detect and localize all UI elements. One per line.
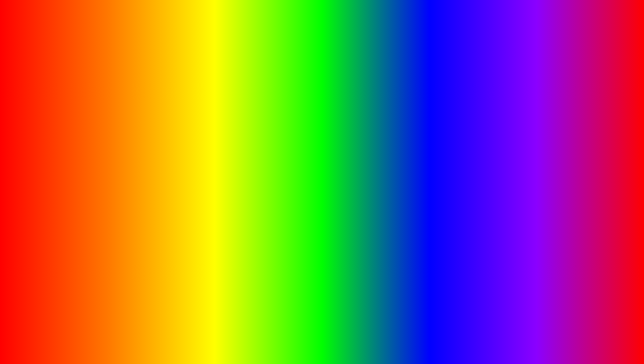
item-auto-chest[interactable]: Auto Chest ⋮ [91, 228, 229, 240]
remove-map-icon: □ [298, 96, 301, 101]
skeered-search-icon[interactable]: 🔍 [350, 112, 357, 118]
radio-killaura-v1 [95, 184, 100, 188]
auto-chest-dots: ⋮ [220, 231, 225, 237]
main-title: PROJECT SLAYERS [0, 4, 644, 51]
muganfarm-toggle[interactable] [179, 123, 193, 129]
skeered-pencil-icon[interactable]: ✏ [359, 112, 363, 118]
farm-all-npc-row: Farm all NPC [261, 197, 373, 209]
killaura-delay-label: Killaura Delay [265, 168, 290, 173]
sylveon-title-text: ✦ SylveonHub [302, 82, 332, 87]
farm-all-npc-toggle[interactable] [357, 200, 369, 206]
auto-farm-toggle-label: Auto Farm [265, 189, 284, 194]
ps-logo-box: UPDATE ⚔️ PROJECT ✦ SLAYERS [561, 252, 634, 342]
section-dots: ⋮ [220, 150, 225, 156]
godmode-dots: ⋮ [220, 207, 225, 213]
refresh-npcs-value: auto [361, 144, 369, 148]
killaura-weapon-row: Killaura Weapon Sword ▴ [261, 131, 373, 141]
farm-section-chevron: ▾ [288, 179, 290, 184]
onihub-pencil-btn[interactable]: ✏ [173, 82, 177, 87]
update-badge: UPDATE [612, 257, 631, 263]
autofarm-distance-row: Autofarm Distance 10 Studs [261, 151, 373, 164]
farm-all-bosses-toggle[interactable] [357, 212, 369, 218]
rengoku-dots: ⋮ [220, 219, 225, 225]
killaura-method-value[interactable]: Select an option ▴ [337, 123, 369, 128]
refresh-npcs-label: Refresh NPCs [265, 144, 291, 148]
pastebin-text: PASTEBIN [391, 317, 566, 357]
tab-dungo[interactable]: ⚙ Dungo [60, 103, 84, 111]
sylveon-minimize-btn[interactable]: ─ [421, 82, 425, 87]
ps-logo-inner: UPDATE ⚔️ PROJECT ✦ SLAYERS [562, 253, 633, 341]
tab-extra[interactable]: ⚙ Extra [115, 93, 137, 101]
onihub-maximize-btn[interactable]: □ [180, 82, 185, 87]
ps-logo-brand: ✦ SLAYERS [585, 314, 610, 320]
farm-all-npc-label: Farm all NPC [265, 201, 289, 205]
auto-farm-toggle[interactable] [357, 188, 369, 194]
remove-map-btn[interactable]: □ Remove Map - (Reduce lag) [295, 94, 426, 103]
dropdown-tab-autoskill[interactable]: Auto Skill [194, 133, 212, 146]
skeered-window: PS | Skeered Hub 🔍 ✏ ✕ Killaura Method S… [260, 109, 374, 222]
chevron-up-icon: ▴ [367, 123, 369, 128]
radio-godmode-kamado [95, 208, 100, 212]
farm-section-label: Farm Section [265, 180, 287, 184]
killaura-method-row: Killaura Method Select an option ▴ [261, 120, 373, 131]
killaura-v2-dots: ⋮ [220, 195, 225, 201]
radio-killaura-v2 [95, 196, 100, 200]
autofarm-distance-input[interactable]: 10 Studs [332, 154, 369, 161]
section-label-teleport: Select Teleport Type ⋮ [91, 158, 229, 168]
bottom-text-area: AUTO FARM SCRIPT PASTEBIN [0, 317, 644, 357]
sylveon-controls: ─ [421, 82, 425, 87]
tab-localplayer[interactable]: ocalPlayer [60, 93, 86, 101]
onihub-title: OniHubV1.5 [62, 82, 87, 87]
radio-rengoku-boost [95, 220, 100, 224]
star-icon: ✦ [295, 81, 300, 88]
ps-logo-star: ✦ [585, 314, 589, 320]
sword-chevron-icon: ▴ [367, 133, 369, 138]
farm-all-bosses-row: Farm all Bosses [261, 209, 373, 221]
teleport-dots: ⋮ [220, 160, 225, 166]
ps-logo-title: PROJECT [582, 306, 613, 313]
refresh-npcs-row: Refresh NPCs auto [261, 141, 373, 151]
farm-all-bosses-label: Farm all Bosses [265, 212, 294, 217]
farm-section-header: Farm Section ▾ [261, 177, 373, 186]
radio-auto-chest [95, 232, 100, 236]
autofarm-dots: ⋮ [220, 171, 225, 177]
tab-mugan-train[interactable]: ⚙ MuganTrain [139, 93, 172, 101]
section-label-behindmob: Behind Mob Farm Dis. ⋮ [91, 148, 229, 158]
item-rengoku-boost[interactable]: Rengoku Boost Mode ⋮ [91, 216, 229, 228]
killaura-weapon-value[interactable]: Sword ▴ [354, 133, 369, 138]
onihub-close-btn[interactable]: ✕ [187, 82, 192, 87]
item-killaura-v2[interactable]: Kill Aura V2 ⋮ [91, 192, 229, 204]
autofarm-distance-label: Autofarm Distance [265, 155, 298, 160]
skeered-body: Killaura Method Select an option ▴ Killa… [261, 120, 373, 221]
skeered-close-icon[interactable]: ✕ [365, 112, 369, 118]
sylveon-titlebar: ✦ ✦ SylveonHub ─ [291, 79, 429, 90]
killaura-weapon-label: Killaura Weapon [265, 133, 295, 138]
item-godmode-kamado[interactable]: God Mode Kamado Only ⋮ [91, 204, 229, 216]
item-autofarm[interactable]: Auto Farm ⋮ [91, 168, 229, 180]
radio-autofarm [95, 172, 100, 176]
onihub-tabs: ocalPlayer ⚙ Visuals ⚙ Extra ⚙ MuganTrai… [58, 90, 196, 113]
killaura-delay-row: Killaura Delay 3 Seconds [261, 164, 373, 177]
skeered-titlebar: PS | Skeered Hub 🔍 ✏ ✕ [261, 110, 373, 120]
dropdown-window: Auto Farm OP Utility Player Auto Orb God… [90, 130, 230, 241]
quest-chevron: ▾ [421, 142, 423, 146]
separator: | [276, 112, 277, 117]
dropdown-tab-autorejoin[interactable]: Auto Rejoin [212, 133, 230, 146]
progress-bar [295, 105, 426, 107]
skeered-controls: 🔍 ✏ ✕ [350, 112, 369, 118]
skeered-hub-label: Skeered Hub [280, 112, 305, 117]
quest-dropdown[interactable]: Select ▾ [406, 140, 426, 148]
select-monster-arrow[interactable]: ▾ [423, 119, 426, 126]
script-text: SCRIPT [293, 326, 384, 355]
killaura-v1-dots: ⋮ [220, 183, 225, 189]
item-killaura-v1[interactable]: Kill Aura V1 ⋮ [91, 180, 229, 192]
auto-farm-toggle-row: Auto Farm [261, 186, 373, 197]
sylveon-title: ✦ ✦ SylveonHub [295, 81, 332, 88]
onihub-titlebar: OniHubV1.5 ✏ □ ✕ [58, 79, 196, 90]
tab-visuals[interactable]: ⚙ Visuals [88, 93, 113, 101]
ps-badge: PS [265, 112, 273, 117]
killaura-delay-input[interactable]: 3 Seconds [332, 167, 369, 174]
killaura-method-label: Killaura Method [265, 123, 293, 128]
skeered-title: PS | Skeered Hub [265, 112, 305, 117]
ps-logo-subtitle: SLAYERS [590, 315, 610, 320]
